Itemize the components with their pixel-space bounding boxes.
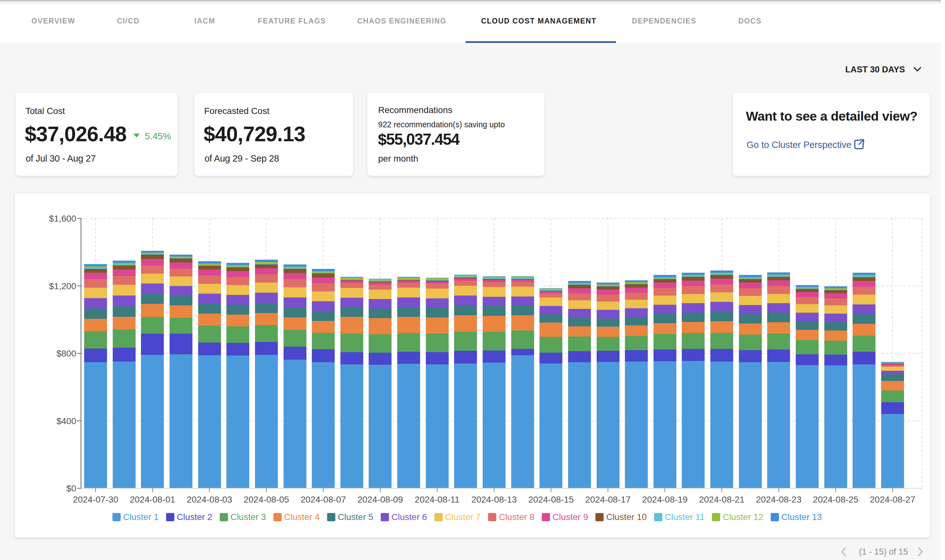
svg-text:$800: $800 — [57, 349, 76, 358]
svg-text:2024-08-05: 2024-08-05 — [243, 495, 289, 505]
svg-text:2024-08-17: 2024-08-17 — [585, 495, 631, 505]
svg-text:$1,600: $1,600 — [49, 214, 76, 223]
svg-text:2024-08-25: 2024-08-25 — [813, 495, 858, 505]
svg-text:$0: $0 — [66, 483, 76, 493]
svg-text:2024-08-21: 2024-08-21 — [699, 495, 744, 505]
svg-text:$1,200: $1,200 — [49, 281, 76, 291]
svg-text:2024-08-01: 2024-08-01 — [130, 495, 175, 505]
svg-text:2024-08-07: 2024-08-07 — [300, 495, 346, 505]
svg-text:2024-08-09: 2024-08-09 — [357, 495, 403, 505]
svg-text:2024-08-27: 2024-08-27 — [870, 495, 915, 505]
svg-text:2024-08-23: 2024-08-23 — [756, 495, 802, 505]
svg-text:2024-08-19: 2024-08-19 — [642, 495, 688, 505]
svg-text:2024-08-03: 2024-08-03 — [187, 495, 232, 505]
svg-text:2024-07-30: 2024-07-30 — [73, 495, 118, 505]
svg-text:2024-08-11: 2024-08-11 — [415, 495, 460, 505]
svg-text:$400: $400 — [57, 416, 76, 426]
svg-text:2024-08-15: 2024-08-15 — [528, 495, 574, 505]
svg-text:2024-08-13: 2024-08-13 — [471, 495, 517, 505]
